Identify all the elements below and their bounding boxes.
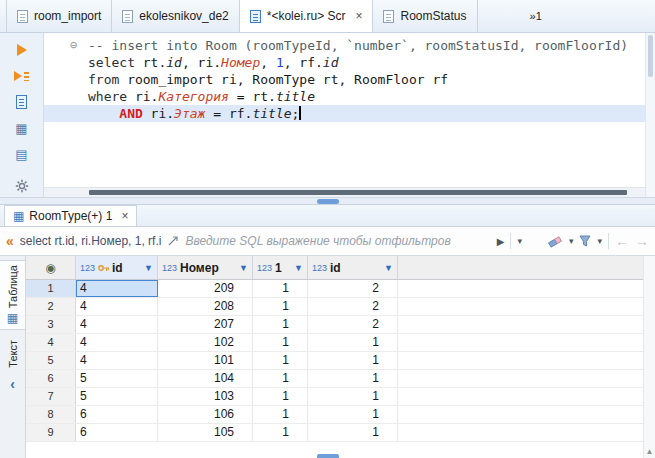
row-number[interactable]: 9 [26,424,76,441]
grid-cell[interactable]: 1 [308,406,398,423]
grid-cell[interactable]: 1 [253,406,308,423]
grid-cell[interactable]: 1 [253,352,308,369]
sort-dropdown-icon[interactable]: ▼ [294,263,303,273]
grid-cell[interactable]: 6 [76,424,158,441]
grid-cell[interactable]: 1 [253,334,308,351]
scrollbar-thumb[interactable] [648,35,653,77]
clear-filter-dropdown-icon[interactable]: ▾ [569,236,574,246]
bottom-splitter-handle[interactable] [317,454,339,458]
grid-cell[interactable]: 1 [253,298,308,315]
sort-dropdown-icon[interactable]: ▼ [239,263,248,273]
panel-splitter[interactable] [0,197,655,205]
grid-cell[interactable]: 1 [308,388,398,405]
grid-cell[interactable]: 1 [253,280,308,297]
grid-cell[interactable]: 1 [308,424,398,441]
fold-collapse-icon[interactable]: ⊖ [70,39,77,52]
grid-cell[interactable]: 1 [253,316,308,333]
result-grid-button[interactable]: ▦ [15,121,27,135]
scrollbar-thumb[interactable] [89,190,627,195]
grid-cell[interactable]: 2 [308,280,398,297]
grid-cell[interactable]: 1 [308,352,398,369]
scroll-up-arrow[interactable]: ▲ [644,447,655,456]
grid-cell[interactable]: 2 [308,316,398,333]
grid-cell[interactable]: 1 [308,370,398,387]
grid-cell[interactable]: 4 [76,334,158,351]
filter-history-back-button[interactable]: ← [615,233,629,249]
close-icon[interactable]: × [355,9,362,23]
grid-cell[interactable]: 103 [158,388,253,405]
grid-cell[interactable]: 1 [253,388,308,405]
sql-editor[interactable]: ⊖ -- insert into Room (roomTypeId, `numb… [44,33,645,197]
grid-cell[interactable]: 209 [158,280,253,297]
grid-cell[interactable]: 6 [76,406,158,423]
sort-dropdown-icon[interactable]: ▼ [144,263,153,273]
clear-filter-button[interactable] [548,235,563,248]
code-line-2[interactable]: select rt.id, ri.Номер, 1, rf.id [44,54,645,71]
grid-cell[interactable]: 106 [158,406,253,423]
grid-cell[interactable]: 2 [308,298,398,315]
grid-cell[interactable]: 104 [158,370,253,387]
grid-cell[interactable]: 1 [308,334,398,351]
grid-vertical-scrollbar[interactable]: ▲ [643,256,655,458]
row-number[interactable]: 6 [26,370,76,387]
row-number[interactable]: 8 [26,406,76,423]
expand-filter-icon[interactable] [167,235,179,247]
tab-room-import[interactable]: room_import [6,0,112,32]
column-header-Номер-1[interactable]: 123Номер▼ [158,256,253,279]
code-line-1[interactable]: -- insert into Room (roomTypeId, `number… [44,37,645,54]
collapse-panel-icon[interactable]: ‹ [10,378,15,390]
results-tab-roomtype[interactable]: ▦ RoomType(+) 1 × [4,205,137,226]
row-number[interactable]: 5 [26,352,76,369]
filter-dropdown-icon[interactable]: ▾ [517,236,522,246]
code-segment: AND [119,106,142,121]
output-panel-button[interactable]: ▤ [15,147,27,161]
code-line-3[interactable]: from room_import ri, RoomType rt, RoomFl… [44,71,645,88]
grid-cell[interactable]: 5 [76,370,158,387]
tab-overflow-indicator[interactable]: »1 [530,10,542,22]
grid-cell[interactable]: 4 [76,298,158,315]
tab-room-status[interactable]: RoomStatus [373,0,477,32]
save-filter-button[interactable] [579,235,591,247]
side-tab-table[interactable]: Таблица▦ [0,260,25,330]
grid-cell[interactable]: 4 [76,352,158,369]
editor-vertical-scrollbar[interactable] [645,33,655,197]
filter-input[interactable] [185,234,490,248]
grid-cell[interactable]: 5 [76,388,158,405]
grid-cell[interactable]: 208 [158,298,253,315]
execute-statement-button[interactable] [17,43,27,57]
apply-filter-button[interactable]: ▶ [497,236,505,247]
column-header-1-2[interactable]: 1231▼ [253,256,308,279]
tab-kolei-script[interactable]: *<kolei.ru> Scr× [240,0,374,32]
row-number[interactable]: 2 [26,298,76,315]
grid-cell[interactable]: 101 [158,352,253,369]
editor-settings-button[interactable] [15,179,29,193]
grid-cell[interactable]: 1 [253,424,308,441]
code-line-4[interactable]: where ri.Категория = rt.title [44,88,645,105]
grid-cell[interactable]: 4 [76,280,158,297]
column-header-id-0[interactable]: 123id▼ [76,256,158,279]
grid-cell[interactable]: 1 [253,370,308,387]
execute-script-button[interactable] [14,69,29,83]
splitter-handle[interactable] [317,199,339,204]
code-segment: = rf. [205,106,252,121]
tab-ekolesnikov-de2[interactable]: ekolesnikov_de2 [112,0,239,32]
code-line-5[interactable]: AND ri.Этаж = rf.title; [44,105,645,122]
grid-cell[interactable]: 4 [76,316,158,333]
editor-horizontal-scrollbar[interactable] [44,187,645,197]
side-tab-text[interactable]: Текст [0,336,25,372]
grid-cell[interactable]: 102 [158,334,253,351]
row-number[interactable]: 1 [26,280,76,297]
filter-history-forward-button[interactable]: → [635,233,649,249]
sort-dropdown-icon[interactable]: ▼ [384,263,393,273]
explain-plan-button[interactable] [16,95,27,109]
row-number[interactable]: 3 [26,316,76,333]
close-icon[interactable]: × [121,209,128,223]
row-number[interactable]: 4 [26,334,76,351]
grid-corner-cell[interactable]: ◉ [26,256,76,279]
save-filter-dropdown-icon[interactable]: ▾ [597,236,602,246]
code-segment: room_import ri, RoomType rt, RoomFloor r… [119,72,448,87]
grid-cell[interactable]: 105 [158,424,253,441]
grid-cell[interactable]: 207 [158,316,253,333]
row-number[interactable]: 7 [26,388,76,405]
column-header-id-3[interactable]: 123id▼ [308,256,398,279]
